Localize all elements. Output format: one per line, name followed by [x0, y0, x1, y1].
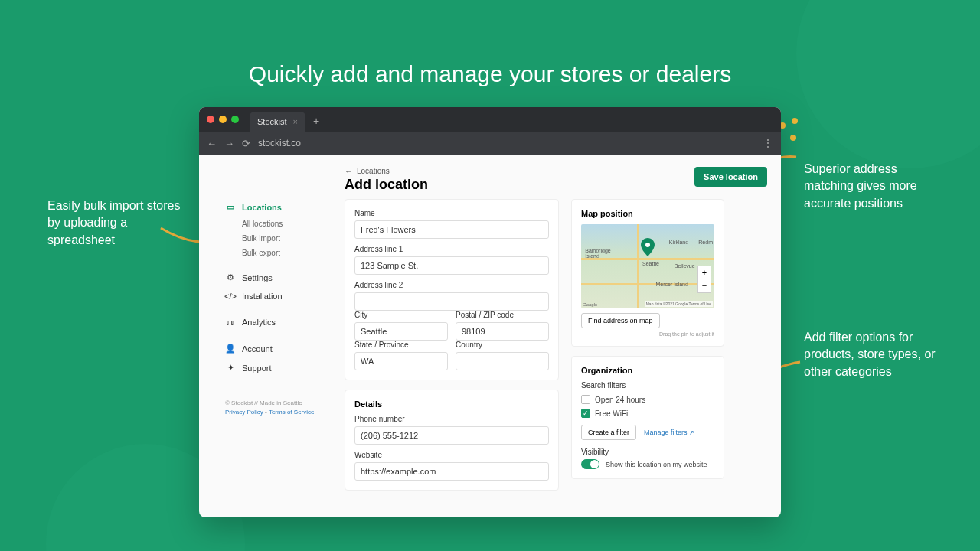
map-label-mercer: Mercer Island [655, 282, 688, 287]
user-icon: 👤 [225, 344, 236, 354]
back-arrow-icon[interactable]: ← [345, 167, 352, 175]
create-filter-button[interactable]: Create a filter [581, 425, 636, 440]
main-content: ← Locations Add location Save location N… [345, 155, 781, 517]
window-controls[interactable] [207, 116, 239, 123]
code-icon: </> [225, 292, 236, 301]
map-pin-icon[interactable] [641, 238, 655, 259]
new-tab-icon[interactable]: + [313, 115, 319, 127]
terms-link[interactable]: Terms of Service [269, 409, 315, 416]
phone-label: Phone number [354, 415, 549, 423]
checkbox-icon[interactable] [581, 395, 590, 404]
sidebar-item-locations[interactable]: ▭ Locations [225, 197, 345, 217]
checkbox-checked-icon[interactable]: ✓ [581, 409, 590, 418]
map-attribution: Map data ©2021 Google Terms of Use [645, 301, 713, 307]
map-label-kirkland: Kirkland [669, 240, 688, 245]
map-label-redmond: Redm [698, 240, 713, 245]
headline: Quickly add and manage your stores or de… [0, 61, 980, 87]
postal-label: Postal / ZIP code [456, 311, 549, 319]
svg-point-0 [645, 243, 650, 247]
browser-window: Stockist × + ← → ⟳ stockist.co ⋮ ▭ Locat… [199, 107, 781, 517]
website-input[interactable] [354, 462, 549, 481]
map-zoom-controls[interactable]: + − [697, 266, 711, 293]
state-label: State / Province [354, 341, 448, 349]
minimize-window-icon[interactable] [219, 116, 227, 123]
details-title: Details [354, 399, 549, 409]
filter-free-wifi[interactable]: ✓ Free WiFi [581, 406, 714, 420]
sidebar-item-support[interactable]: ✦ Support [225, 358, 345, 377]
sidebar-item-installation[interactable]: </> Installation [225, 287, 345, 305]
close-window-icon[interactable] [207, 116, 214, 123]
find-address-button[interactable]: Find address on map [581, 313, 660, 328]
sidebar-item-analytics[interactable]: ⫾⫾ Analytics [225, 313, 345, 331]
chart-icon: ⫾⫾ [225, 318, 236, 327]
details-card: Details Phone number Website [345, 390, 559, 491]
sidebar-item-settings[interactable]: ⚙ Settings [225, 268, 345, 287]
life-ring-icon: ✦ [225, 363, 236, 373]
city-label: City [354, 311, 448, 319]
sidebar-footer: © Stockist // Made in Seattle Privacy Po… [225, 399, 345, 417]
addr1-input[interactable] [354, 256, 549, 275]
phone-input[interactable] [354, 426, 549, 445]
callout-filters: Add filter options for products, store t… [804, 329, 942, 380]
state-input[interactable] [354, 352, 448, 370]
back-icon[interactable]: ← [207, 138, 217, 149]
map-provider-logo: Google [583, 302, 597, 307]
addr2-label: Address line 2 [354, 281, 549, 289]
browser-address-bar: ← → ⟳ stockist.co ⋮ [199, 132, 781, 155]
filter-open-24h[interactable]: Open 24 hours [581, 393, 714, 406]
visibility-toggle[interactable] [581, 459, 599, 469]
save-location-button[interactable]: Save location [694, 167, 767, 187]
drag-pin-hint: Drag the pin to adjust it [581, 331, 714, 337]
zoom-in-icon[interactable]: + [698, 266, 710, 279]
tab-title: Stockist [257, 117, 287, 126]
addr1-label: Address line 1 [354, 245, 549, 253]
search-filters-label: Search filters [581, 381, 714, 390]
page-title: Add location [345, 177, 428, 193]
sidebar: ▭ Locations All locations Bulk import Bu… [199, 155, 345, 517]
country-input[interactable] [456, 352, 549, 370]
website-label: Website [354, 451, 549, 459]
postal-input[interactable] [456, 322, 549, 341]
map-label-bellevue: Bellevue [675, 263, 695, 269]
map-title: Map position [581, 209, 714, 218]
browser-menu-icon[interactable]: ⋮ [763, 137, 773, 149]
organization-title: Organization [581, 366, 714, 375]
sidebar-item-account[interactable]: 👤 Account [225, 339, 345, 358]
close-tab-icon[interactable]: × [293, 117, 298, 126]
name-label: Name [354, 209, 549, 217]
maximize-window-icon[interactable] [231, 116, 239, 123]
breadcrumb[interactable]: ← Locations [345, 167, 428, 175]
visibility-text: Show this location on my website [606, 461, 707, 468]
browser-tab[interactable]: Stockist × [250, 112, 305, 132]
external-link-icon: ↗ [689, 429, 694, 436]
address-url[interactable]: stockist.co [258, 138, 755, 148]
organization-card: Organization Search filters Open 24 hour… [571, 356, 724, 479]
sidebar-sub-bulk-import[interactable]: Bulk import [225, 231, 345, 246]
browser-tab-bar: Stockist × + [199, 107, 781, 132]
sidebar-sub-all-locations[interactable]: All locations [225, 217, 345, 231]
country-label: Country [456, 341, 549, 349]
privacy-policy-link[interactable]: Privacy Policy [225, 409, 263, 416]
visibility-label: Visibility [581, 448, 714, 456]
reload-icon[interactable]: ⟳ [242, 138, 250, 149]
map[interactable]: Seattle Bellevue Kirkland Redm Bainbridg… [581, 224, 714, 308]
addr2-input[interactable] [354, 292, 549, 311]
city-input[interactable] [354, 322, 448, 341]
location-basics-card: Name Address line 1 Address line 2 City [345, 199, 559, 380]
store-icon: ▭ [225, 202, 236, 212]
forward-icon[interactable]: → [224, 138, 234, 149]
gear-icon: ⚙ [225, 272, 236, 282]
map-label-seattle: Seattle [642, 261, 659, 266]
zoom-out-icon[interactable]: − [698, 279, 710, 292]
manage-filters-link[interactable]: Manage filters↗ [644, 429, 694, 436]
sidebar-sub-bulk-export[interactable]: Bulk export [225, 246, 345, 260]
map-label-bainbridge: Bainbridge Island [585, 248, 623, 259]
callout-address-matching: Superior address matching gives more acc… [804, 161, 938, 212]
map-position-card: Map position Seattle Bellevue Kirkland R… [571, 199, 724, 347]
name-input[interactable] [354, 220, 549, 239]
